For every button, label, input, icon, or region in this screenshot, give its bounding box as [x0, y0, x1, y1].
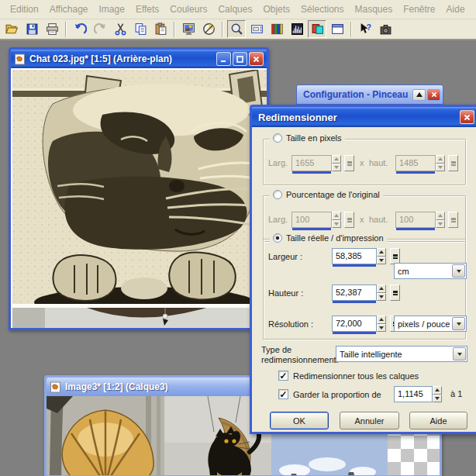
clipboard-paste-icon	[154, 22, 167, 36]
combo-dropdown-icon[interactable]	[452, 317, 465, 330]
undo-button[interactable]	[71, 20, 89, 38]
percent-width-spinner[interactable]: 100	[291, 212, 341, 228]
menu-aide[interactable]: Aide	[441, 2, 471, 17]
percent-width-slider-button[interactable]	[344, 212, 354, 228]
combo-dropdown-icon[interactable]	[453, 347, 466, 360]
toolbar-separator	[350, 22, 352, 37]
pixel-height-label: haut.	[369, 158, 388, 167]
chat023-minimize-button[interactable]	[216, 52, 231, 66]
spin-down-button[interactable]	[377, 324, 386, 333]
unit-combobox[interactable]: cm	[394, 263, 467, 279]
svg-text:?: ?	[366, 22, 371, 32]
spin-up-button[interactable]	[332, 212, 341, 220]
actual-width-slider-button[interactable]	[390, 248, 400, 264]
layer-palette-button[interactable]	[308, 20, 326, 38]
pixel-width-slider-button[interactable]	[344, 155, 354, 171]
actual-width-label: Largeur :	[268, 252, 302, 261]
cancel-button[interactable]: Annuler	[340, 412, 399, 429]
spin-up-button[interactable]	[436, 212, 445, 220]
pixel-height-spinner[interactable]: 1485	[395, 155, 445, 171]
pixel-width-spinner[interactable]: 1655	[291, 155, 341, 171]
spin-up-button[interactable]	[332, 155, 341, 164]
configuration-title-bar[interactable]: Configuration - Pinceau à c	[297, 85, 443, 104]
spin-down-button[interactable]	[332, 164, 341, 172]
menu-selections[interactable]: Sélections	[295, 2, 349, 17]
toolbar-separator	[174, 22, 175, 37]
zoom-tool-button[interactable]	[227, 20, 246, 38]
resize-all-layers-checkbox[interactable]: ✓ Redimensionner tous les calques	[278, 371, 419, 381]
copy-documents-icon	[134, 22, 147, 36]
pixel-height-slider-button[interactable]	[448, 155, 458, 171]
resize-dialog-title-bar[interactable]: Redimensionner	[252, 107, 476, 127]
spin-up-button[interactable]	[377, 285, 386, 293]
toolbar-separator	[65, 22, 67, 37]
spin-down-button[interactable]	[433, 395, 442, 403]
resize-type-combobox[interactable]: Taille intelligente	[336, 346, 467, 362]
chat023-title-bar[interactable]: Chat 023.jpg* [1:5] (Arrière-plan)	[11, 50, 267, 68]
pixel-x-label: x	[360, 158, 364, 167]
spin-up-button[interactable]	[436, 155, 445, 164]
menu-affichage[interactable]: Affichage	[44, 2, 94, 17]
actual-height-slider-button[interactable]	[390, 285, 400, 301]
pixel-size-radio[interactable]	[273, 133, 282, 143]
checkmark-icon: ✓	[279, 372, 287, 380]
spin-up-button[interactable]	[433, 386, 442, 395]
spin-down-button[interactable]	[436, 164, 445, 172]
menu-fenetre[interactable]: Fenêtre	[398, 2, 440, 17]
tool-options-button[interactable]	[247, 20, 266, 38]
layers-icon	[311, 22, 324, 36]
full-screen-preview-button[interactable]	[179, 20, 198, 38]
configuration-close-button[interactable]	[427, 89, 440, 101]
histogram-button[interactable]	[288, 20, 306, 38]
menu-edition[interactable]: Edition	[5, 2, 44, 17]
resize-dialog-close-button[interactable]	[460, 110, 474, 124]
ok-button[interactable]: OK	[270, 412, 329, 429]
group-pixel-size: Taille en pixels Larg. 1655 x haut. 1485	[263, 139, 466, 185]
window-configuration: Configuration - Pinceau à c	[296, 85, 443, 105]
menu-masques[interactable]: Masques	[349, 2, 398, 17]
keep-proportion-checkbox[interactable]: ✓ Garder la proportion de	[278, 389, 381, 399]
redo-button[interactable]	[91, 20, 109, 38]
menu-couleurs[interactable]: Couleurs	[164, 2, 212, 17]
configuration-rollup-button[interactable]	[412, 89, 426, 101]
print-button[interactable]	[43, 20, 61, 38]
paste-button[interactable]	[151, 20, 170, 38]
cut-button[interactable]	[111, 20, 129, 38]
spin-down-button[interactable]	[377, 293, 386, 302]
menu-calques[interactable]: Calques	[212, 2, 257, 17]
percent-height-spinner[interactable]: 100	[395, 212, 445, 228]
proportion-spinner[interactable]: 1,1145	[394, 386, 442, 402]
roll-up-icon	[416, 92, 423, 97]
open-button[interactable]	[2, 20, 21, 38]
percent-size-radio[interactable]	[273, 190, 282, 199]
chat023-close-button[interactable]	[249, 52, 264, 66]
menu-bar: Edition Affichage Image Effets Couleurs …	[0, 0, 476, 19]
actual-width-spinner[interactable]: 58,385	[332, 248, 386, 264]
spin-up-button[interactable]	[377, 316, 386, 324]
resolution-spinner[interactable]: 72,000	[332, 316, 386, 332]
spin-down-button[interactable]	[332, 220, 341, 229]
toolbox-button[interactable]	[376, 20, 395, 38]
normal-viewing-button[interactable]	[199, 20, 218, 38]
menu-image[interactable]: Image	[94, 2, 130, 17]
chat023-canvas[interactable]	[11, 68, 267, 328]
chat023-maximize-button[interactable]	[233, 52, 247, 66]
percent-height-slider-button[interactable]	[448, 212, 458, 228]
spin-down-button[interactable]	[436, 220, 445, 229]
menu-effets[interactable]: Effets	[130, 2, 164, 17]
actual-size-radio[interactable]	[273, 233, 282, 243]
resolution-unit-combobox[interactable]: pixels / pouce	[394, 316, 467, 332]
overview-window-icon	[331, 22, 344, 36]
monitor-preview-icon	[182, 22, 195, 36]
menu-objets[interactable]: Objets	[257, 2, 295, 17]
context-help-button[interactable]: ?	[356, 20, 374, 38]
help-button[interactable]: Aide	[409, 412, 467, 429]
spin-up-button[interactable]	[377, 248, 386, 257]
copy-button[interactable]	[131, 20, 150, 38]
actual-height-spinner[interactable]: 52,387	[332, 285, 386, 301]
overview-window-button[interactable]	[328, 20, 347, 38]
spin-down-button[interactable]	[377, 257, 386, 265]
combo-dropdown-icon[interactable]	[452, 264, 465, 278]
color-palette-button[interactable]	[267, 20, 286, 38]
save-button[interactable]	[22, 20, 41, 38]
